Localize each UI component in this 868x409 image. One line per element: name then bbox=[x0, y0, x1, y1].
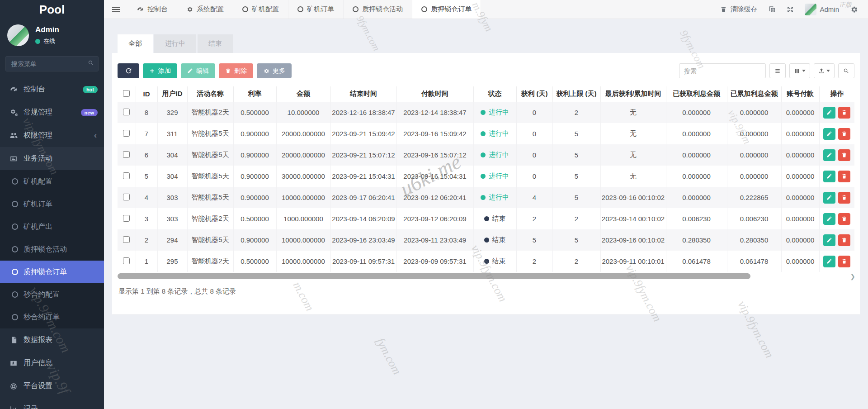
sidebar-item-12[interactable]: 用户信息 bbox=[0, 352, 104, 375]
sidebar-item-13[interactable]: 平台设置 bbox=[0, 375, 104, 398]
sidebar-item-label: 业务活动 bbox=[24, 154, 52, 163]
sidebar-item-4[interactable]: 矿机配置 bbox=[0, 170, 104, 193]
cell-interest: 0.061478 bbox=[666, 251, 727, 272]
export-button[interactable] bbox=[814, 63, 835, 78]
columns-button[interactable] bbox=[789, 63, 810, 78]
scrollbar-thumb[interactable] bbox=[118, 273, 750, 279]
nav-tab-5[interactable]: 质押锁仓订单 bbox=[412, 0, 481, 19]
status-dot bbox=[481, 110, 486, 115]
row-edit-button[interactable] bbox=[823, 128, 835, 140]
sidebar-item-6[interactable]: 矿机产出 bbox=[0, 215, 104, 238]
cell-rate: 0.900000 bbox=[233, 123, 276, 144]
nav-tab-1[interactable]: 系统配置 bbox=[177, 0, 233, 19]
row-checkbox[interactable] bbox=[123, 151, 130, 158]
cell-last_time: 无 bbox=[600, 123, 666, 144]
nav-tab-label: 矿机订单 bbox=[307, 5, 334, 14]
sidebar-item-label: 常规管理 bbox=[24, 108, 52, 117]
row-delete-button[interactable] bbox=[838, 171, 850, 182]
search-icon[interactable] bbox=[88, 60, 94, 68]
watermark-text: fym.com bbox=[373, 336, 404, 377]
status-dot bbox=[481, 174, 486, 179]
row-delete-button[interactable] bbox=[838, 107, 850, 119]
navbar-right: 清除缓存 Admin bbox=[720, 0, 868, 19]
filter-tab-1[interactable]: 进行中 bbox=[154, 34, 196, 53]
row-edit-button[interactable] bbox=[823, 149, 835, 161]
table-row[interactable]: 7311智能机器5天0.90000020000.0000002023-09-21… bbox=[118, 123, 854, 144]
table-row[interactable]: 3303智能机器2天0.5000001000.0000002023-09-14 … bbox=[118, 208, 854, 229]
row-edit-button[interactable] bbox=[823, 234, 835, 246]
delete-button[interactable]: 删除 bbox=[219, 63, 253, 78]
row-checkbox[interactable] bbox=[123, 194, 130, 200]
table-row[interactable]: 2294智能机器5天0.90000010000.0000002023-09-16… bbox=[118, 229, 854, 251]
row-delete-button[interactable] bbox=[838, 213, 850, 225]
circle-icon bbox=[353, 6, 359, 12]
scroll-right-arrow[interactable]: ❯ bbox=[850, 273, 855, 280]
sidebar-item-10[interactable]: 秒合约订单 bbox=[0, 306, 104, 328]
search-toggle-button[interactable] bbox=[838, 63, 854, 78]
sidebar-item-14[interactable]: 记录 bbox=[0, 398, 104, 409]
sidebar-item-1[interactable]: 常规管理new bbox=[0, 101, 104, 124]
language-icon[interactable] bbox=[768, 5, 776, 13]
nav-tab-4[interactable]: 质押锁仓活动 bbox=[344, 0, 412, 19]
row-edit-button[interactable] bbox=[823, 213, 835, 225]
row-delete-button[interactable] bbox=[838, 256, 850, 267]
nav-tab-0[interactable]: 控制台 bbox=[127, 0, 177, 19]
add-button[interactable]: 添加 bbox=[143, 63, 177, 78]
cell-interest: 0.280350 bbox=[666, 229, 727, 251]
settings-gears-icon[interactable] bbox=[850, 5, 858, 14]
sidebar-item-3[interactable]: 业务活动 bbox=[0, 147, 104, 170]
row-delete-button[interactable] bbox=[838, 128, 850, 140]
orders-table: ID用户ID活动名称利率金额结束时间付款时间状态获利 (天)获利上限 (天)最后… bbox=[118, 86, 854, 272]
status-badge: 进行中 bbox=[481, 193, 509, 202]
nav-tab-label: 质押锁仓订单 bbox=[431, 5, 472, 14]
more-button[interactable]: 更多 bbox=[257, 63, 292, 78]
filter-tab-0[interactable]: 全部 bbox=[118, 34, 153, 53]
row-checkbox[interactable] bbox=[123, 172, 130, 179]
table-row[interactable]: 8329智能机器2天0.50000010.0000002023-12-16 18… bbox=[118, 102, 854, 123]
row-edit-button[interactable] bbox=[823, 171, 835, 182]
select-all-checkbox[interactable] bbox=[123, 90, 130, 97]
status-badge: 结束 bbox=[484, 257, 506, 266]
row-edit-button[interactable] bbox=[823, 256, 835, 267]
row-checkbox[interactable] bbox=[123, 236, 130, 243]
cell-last_time: 无 bbox=[600, 144, 666, 166]
table-search-input[interactable] bbox=[679, 63, 766, 78]
row-checkbox[interactable] bbox=[123, 109, 130, 115]
sidebar-item-5[interactable]: 矿机订单 bbox=[0, 193, 104, 215]
target-icon bbox=[9, 382, 18, 390]
cell-user_id: 304 bbox=[157, 144, 187, 166]
user-menu[interactable]: Admin bbox=[805, 4, 839, 15]
table-row[interactable]: 5304智能机器5天0.90000030000.0000002023-09-21… bbox=[118, 166, 854, 187]
clear-cache-button[interactable]: 清除缓存 bbox=[720, 5, 757, 14]
table-row[interactable]: 6304智能机器5天0.90000020000.0000002023-09-21… bbox=[118, 144, 854, 166]
table-row[interactable]: 4303智能机器5天0.90000010000.0000002023-09-17… bbox=[118, 187, 854, 208]
cell-accum_interest: 0.222865 bbox=[727, 187, 781, 208]
cell-user_id: 303 bbox=[157, 208, 187, 229]
sidebar-item-0[interactable]: 控制台hot bbox=[0, 78, 104, 101]
sidebar-item-2[interactable]: 权限管理‹ bbox=[0, 124, 104, 147]
row-checkbox[interactable] bbox=[123, 257, 130, 264]
status-dot bbox=[481, 131, 486, 136]
sidebar-item-7[interactable]: 质押锁仓活动 bbox=[0, 238, 104, 261]
nav-tab-3[interactable]: 矿机订单 bbox=[288, 0, 344, 19]
table-row[interactable]: 1295智能机器2天0.50000010000.0000002023-09-11… bbox=[118, 251, 854, 272]
row-edit-button[interactable] bbox=[823, 192, 835, 204]
sidebar-item-8[interactable]: 质押锁仓订单 bbox=[0, 261, 104, 283]
refresh-button[interactable] bbox=[118, 63, 139, 78]
fullscreen-icon[interactable] bbox=[787, 6, 794, 13]
filter-tab-2[interactable]: 结束 bbox=[198, 34, 233, 53]
row-delete-button[interactable] bbox=[838, 192, 850, 204]
toggle-view-button[interactable] bbox=[769, 63, 786, 78]
row-checkbox[interactable] bbox=[123, 215, 130, 222]
horizontal-scrollbar[interactable]: ❯ bbox=[118, 273, 854, 279]
sidebar-search-input[interactable] bbox=[5, 56, 99, 71]
row-checkbox[interactable] bbox=[123, 130, 130, 137]
row-edit-button[interactable] bbox=[823, 107, 835, 119]
edit-button[interactable]: 编辑 bbox=[181, 63, 215, 78]
hamburger-icon[interactable] bbox=[104, 0, 127, 19]
row-delete-button[interactable] bbox=[838, 234, 850, 246]
sidebar-item-11[interactable]: 数据报表 bbox=[0, 328, 104, 352]
nav-tab-2[interactable]: 矿机配置 bbox=[233, 0, 288, 19]
sidebar-item-9[interactable]: 秒合约配置 bbox=[0, 283, 104, 306]
row-delete-button[interactable] bbox=[838, 149, 850, 161]
